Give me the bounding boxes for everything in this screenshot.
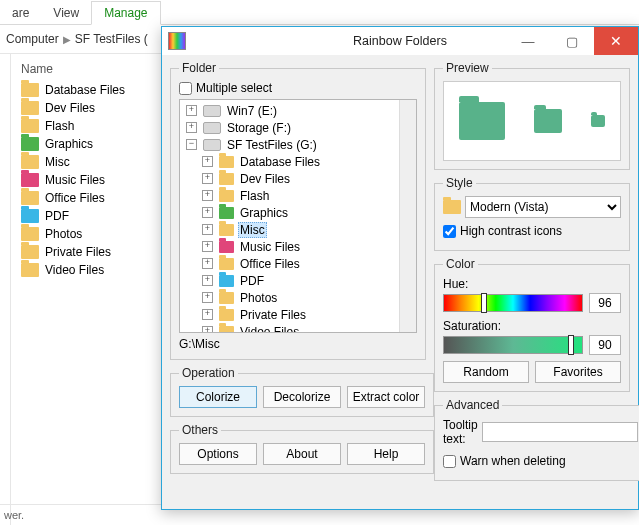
folder-icon [21,155,39,169]
decolorize-button[interactable]: Decolorize [263,386,341,408]
tree-node[interactable]: −SF TestFiles (G:) [180,136,416,153]
tree-toggler-icon[interactable]: + [202,326,213,333]
preview-area [443,81,621,161]
favorites-button[interactable]: Favorites [535,361,621,383]
ribbon-tab[interactable]: are [0,2,41,24]
folder-icon [219,292,234,304]
drive-icon [203,139,221,151]
list-item[interactable]: Private Files [21,244,171,260]
tree-toggler-icon[interactable]: + [202,258,213,269]
help-button[interactable]: Help [347,443,425,465]
colorize-button[interactable]: Colorize [179,386,257,408]
folder-icon [21,227,39,241]
list-item[interactable]: Office Files [21,190,171,206]
list-item[interactable]: Music Files [21,172,171,188]
tree-node[interactable]: +Storage (F:) [180,119,416,136]
drive-icon [203,105,221,117]
random-button[interactable]: Random [443,361,529,383]
tree-node-label: Graphics [238,206,290,220]
tree-toggler-icon[interactable]: + [202,224,213,235]
tree-toggler-icon[interactable]: + [202,156,213,167]
tree-node[interactable]: +Office Files [180,255,416,272]
status-bar: wer. [0,504,164,525]
tree-toggler-icon[interactable]: + [202,275,213,286]
preview-icon-medium [534,109,562,133]
preview-legend: Preview [443,61,492,75]
hue-label: Hue: [443,277,621,291]
list-item[interactable]: Dev Files [21,100,171,116]
drive-icon [203,122,221,134]
saturation-slider[interactable] [443,336,583,354]
preview-icon-large [459,102,505,140]
warn-checkbox[interactable] [443,455,456,468]
ribbon-tab[interactable]: View [41,2,91,24]
breadcrumb[interactable]: Computer [6,32,59,46]
tree-node[interactable]: +Win7 (E:) [180,102,416,119]
list-item[interactable]: Graphics [21,136,171,152]
titlebar[interactable]: Rainbow Folders — ▢ ✕ [162,27,638,55]
tree-node[interactable]: +Graphics [180,204,416,221]
column-header-name[interactable]: Name [21,62,171,76]
breadcrumb[interactable]: SF TestFiles ( [75,32,148,46]
tree-toggler-icon[interactable]: + [202,241,213,252]
folder-icon [21,83,39,97]
minimize-button[interactable]: — [506,27,550,55]
list-item[interactable]: Photos [21,226,171,242]
tree-node-label: Misc [238,222,267,238]
tree-node[interactable]: +Video Files [180,323,416,333]
others-legend: Others [179,423,221,437]
list-item[interactable]: Video Files [21,262,171,278]
tree-node-label: Music Files [238,240,302,254]
folder-icon [219,190,234,202]
tree-node[interactable]: +Flash [180,187,416,204]
tree-toggler-icon[interactable]: + [202,190,213,201]
tree-toggler-icon[interactable]: + [202,309,213,320]
list-item[interactable]: Misc [21,154,171,170]
options-button[interactable]: Options [179,443,257,465]
tree-node-label: PDF [238,274,266,288]
list-item-label: Misc [45,155,70,169]
tree-toggler-icon[interactable]: + [186,122,197,133]
tree-toggler-icon[interactable]: + [202,292,213,303]
list-item[interactable]: Database Files [21,82,171,98]
folder-icon [21,137,39,151]
tooltip-label: Tooltip text: [443,418,478,446]
tree-node[interactable]: +Music Files [180,238,416,255]
list-item-label: Flash [45,119,74,133]
list-item[interactable]: Flash [21,118,171,134]
tree-toggler-icon[interactable]: − [186,139,197,150]
high-contrast-checkbox[interactable] [443,225,456,238]
about-button[interactable]: About [263,443,341,465]
list-item-label: Dev Files [45,101,95,115]
style-select[interactable]: Modern (Vista) [465,196,621,218]
folder-icon [21,263,39,277]
tree-toggler-icon[interactable]: + [186,105,197,116]
extract-color-button[interactable]: Extract color [347,386,425,408]
tooltip-input[interactable] [482,422,638,442]
preview-icon-small [591,115,605,127]
tree-toggler-icon[interactable]: + [202,173,213,184]
tree-node[interactable]: +Photos [180,289,416,306]
close-button[interactable]: ✕ [594,27,638,55]
tree-node[interactable]: +Private Files [180,306,416,323]
saturation-value[interactable]: 90 [589,335,621,355]
multiple-select-label: Multiple select [196,81,272,95]
ribbon-tab[interactable]: Manage [91,1,160,25]
tree-node-label: Private Files [238,308,308,322]
folder-tree[interactable]: +Win7 (E:)+Storage (F:)−SF TestFiles (G:… [179,99,417,333]
tree-node[interactable]: +Dev Files [180,170,416,187]
style-group: Style Modern (Vista) High contrast icons [434,176,630,251]
maximize-button[interactable]: ▢ [550,27,594,55]
multiple-select-checkbox[interactable] [179,82,192,95]
tree-node-label: Dev Files [238,172,292,186]
tree-toggler-icon[interactable]: + [202,207,213,218]
hue-value[interactable]: 96 [589,293,621,313]
tree-node-label: Database Files [238,155,322,169]
file-list[interactable]: Name Database FilesDev FilesFlashGraphic… [11,54,181,525]
list-item[interactable]: PDF [21,208,171,224]
tree-node[interactable]: +Misc [180,221,416,238]
hue-slider[interactable] [443,294,583,312]
folder-icon [219,309,234,321]
tree-node[interactable]: +Database Files [180,153,416,170]
tree-node[interactable]: +PDF [180,272,416,289]
